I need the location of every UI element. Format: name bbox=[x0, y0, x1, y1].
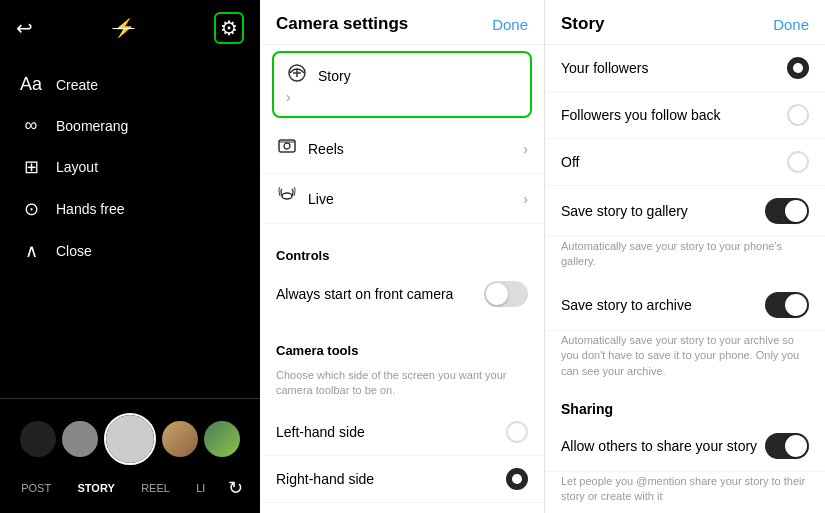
followers-back-label: Followers you follow back bbox=[561, 107, 721, 123]
save-archive-row: Save story to archive bbox=[545, 280, 825, 331]
close-icon: ∧ bbox=[20, 240, 42, 262]
save-archive-label: Save story to archive bbox=[561, 297, 692, 313]
back-icon[interactable]: ↩ bbox=[16, 16, 33, 40]
controls-label: Controls bbox=[260, 236, 544, 269]
left-hand-radio[interactable] bbox=[506, 421, 528, 443]
thumb-capture[interactable] bbox=[104, 413, 156, 465]
story-chevron: › bbox=[286, 89, 291, 105]
right-header: Story Done bbox=[545, 0, 825, 45]
boomerang-label: Boomerang bbox=[56, 118, 128, 134]
middle-panel: Camera settings Done Story › bbox=[260, 0, 545, 513]
close-label: Close bbox=[56, 243, 92, 259]
tool-close[interactable]: ∧ Close bbox=[0, 230, 260, 272]
right-title: Story bbox=[561, 14, 604, 34]
thumb-2[interactable] bbox=[62, 421, 98, 457]
reels-icon bbox=[276, 136, 298, 161]
camera-tools-label: Camera tools bbox=[260, 331, 544, 364]
create-icon: Aa bbox=[20, 74, 42, 95]
menu-item-reels[interactable]: Reels › bbox=[260, 124, 544, 174]
save-archive-desc: Automatically save your story to your ar… bbox=[545, 331, 825, 389]
nav-story[interactable]: STORY bbox=[73, 480, 118, 496]
right-hand-radio[interactable] bbox=[506, 468, 528, 490]
allow-share-desc: Let people you @mention share your story… bbox=[545, 472, 825, 513]
tool-handsfree[interactable]: ⊙ Hands free bbox=[0, 188, 260, 230]
controls-section: Controls Always start on front camera bbox=[260, 224, 544, 331]
left-panel: ↩ ⚡ ⚙ Aa Create ∞ Boomerang ⊞ Layout ⊙ H… bbox=[0, 0, 260, 513]
allow-share-label: Allow others to share your story bbox=[561, 438, 757, 454]
thumbnails bbox=[0, 407, 260, 471]
menu-item-story[interactable]: Story › bbox=[272, 51, 532, 118]
right-panel: Story Done Your followers Followers you … bbox=[545, 0, 825, 513]
layout-label: Layout bbox=[56, 159, 98, 175]
tool-boomerang[interactable]: ∞ Boomerang bbox=[0, 105, 260, 146]
allow-share-row: Allow others to share your story bbox=[545, 421, 825, 472]
nav-post[interactable]: POST bbox=[17, 480, 55, 496]
layout-icon: ⊞ bbox=[20, 156, 42, 178]
tool-layout[interactable]: ⊞ Layout bbox=[0, 146, 260, 188]
menu-item-live[interactable]: Live › bbox=[260, 174, 544, 224]
right-done-button[interactable]: Done bbox=[773, 16, 809, 33]
tool-create[interactable]: Aa Create bbox=[0, 64, 260, 105]
bolt-icon[interactable]: ⚡ bbox=[113, 17, 135, 39]
followers-back-radio[interactable] bbox=[787, 104, 809, 126]
save-gallery-row: Save story to gallery bbox=[545, 186, 825, 237]
settings-icon[interactable]: ⚙ bbox=[214, 12, 244, 44]
off-option[interactable]: Off bbox=[545, 139, 825, 186]
boomerang-icon: ∞ bbox=[20, 115, 42, 136]
svg-point-4 bbox=[284, 143, 290, 149]
front-camera-toggle[interactable] bbox=[484, 281, 528, 307]
live-icon bbox=[276, 186, 298, 211]
thumb-4[interactable] bbox=[204, 421, 240, 457]
reels-label: Reels bbox=[308, 141, 344, 157]
save-gallery-desc: Automatically save your story to your ph… bbox=[545, 237, 825, 280]
sharing-label: Sharing bbox=[545, 389, 825, 421]
middle-header: Camera settings Done bbox=[260, 0, 544, 45]
live-chevron: › bbox=[523, 191, 528, 207]
left-hand-label: Left-hand side bbox=[276, 424, 365, 440]
save-gallery-toggle[interactable] bbox=[765, 198, 809, 224]
followers-label: Your followers bbox=[561, 60, 648, 76]
refresh-icon[interactable]: ↻ bbox=[228, 477, 243, 499]
story-label: Story bbox=[318, 68, 351, 84]
followers-option[interactable]: Your followers bbox=[545, 45, 825, 92]
right-hand-row[interactable]: Right-hand side bbox=[260, 456, 544, 503]
nav-live[interactable]: LI bbox=[192, 480, 209, 496]
handsfree-icon: ⊙ bbox=[20, 198, 42, 220]
live-label: Live bbox=[308, 191, 334, 207]
create-label: Create bbox=[56, 77, 98, 93]
off-label: Off bbox=[561, 154, 579, 170]
followers-radio[interactable] bbox=[787, 57, 809, 79]
left-hand-row[interactable]: Left-hand side bbox=[260, 409, 544, 456]
middle-done-button[interactable]: Done bbox=[492, 16, 528, 33]
bottom-bar: POST STORY REEL LI ↻ bbox=[0, 398, 260, 513]
nav-reel[interactable]: REEL bbox=[137, 480, 174, 496]
followers-back-option[interactable]: Followers you follow back bbox=[545, 92, 825, 139]
allow-share-toggle[interactable] bbox=[765, 433, 809, 459]
thumb-1[interactable] bbox=[20, 421, 56, 457]
save-archive-toggle[interactable] bbox=[765, 292, 809, 318]
handsfree-label: Hands free bbox=[56, 201, 124, 217]
svg-point-6 bbox=[282, 193, 292, 199]
front-camera-label: Always start on front camera bbox=[276, 286, 453, 302]
front-camera-row: Always start on front camera bbox=[260, 269, 544, 319]
save-gallery-label: Save story to gallery bbox=[561, 203, 688, 219]
off-radio[interactable] bbox=[787, 151, 809, 173]
bottom-nav: POST STORY REEL LI ↻ bbox=[0, 471, 260, 505]
story-icon bbox=[286, 63, 308, 88]
left-panel-top: ↩ ⚡ ⚙ bbox=[0, 0, 260, 56]
right-hand-label: Right-hand side bbox=[276, 471, 374, 487]
middle-title: Camera settings bbox=[276, 14, 408, 34]
thumb-3[interactable] bbox=[162, 421, 198, 457]
camera-tools-desc: Choose which side of the screen you want… bbox=[260, 364, 544, 409]
reels-chevron: › bbox=[523, 141, 528, 157]
tools-list: Aa Create ∞ Boomerang ⊞ Layout ⊙ Hands f… bbox=[0, 56, 260, 398]
